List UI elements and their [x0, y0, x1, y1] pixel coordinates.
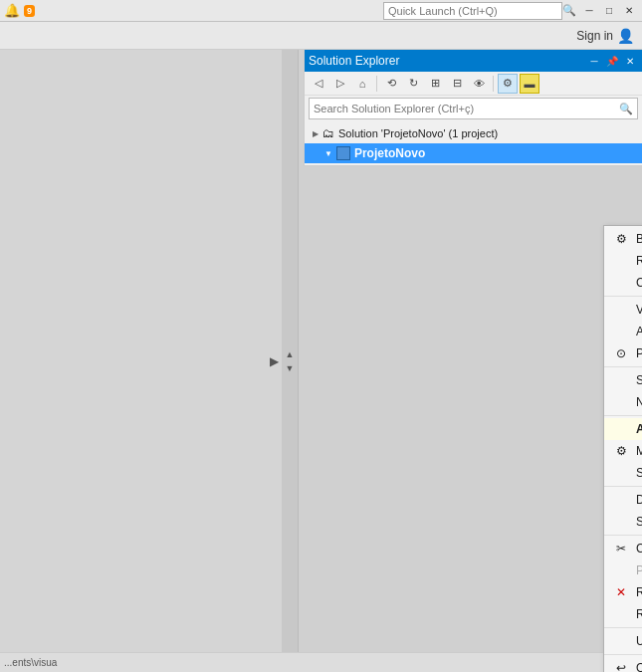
cm-publish-label: Publish... — [636, 346, 642, 360]
cm-paste: Paste Ctrl+V — [604, 560, 642, 581]
tb-separator-2 — [493, 76, 494, 92]
cm-rebuild[interactable]: Rebuild — [604, 250, 642, 272]
cm-open-folder[interactable]: ↩ Open Folder in File Explorer — [604, 657, 642, 672]
search-icon: 🔍 — [562, 4, 576, 17]
cm-nuget-label: Manage NuGet Packages... — [636, 444, 642, 458]
cm-rename-icon — [612, 605, 630, 623]
solution-explorer-title: Solution Explorer — [309, 54, 582, 68]
user-icon: 👤 — [617, 28, 634, 44]
cm-clean-label: Clean — [636, 276, 642, 290]
tb-sync-button[interactable]: ⟲ — [381, 74, 401, 94]
tb-refresh-button[interactable]: ↻ — [403, 74, 423, 94]
main-area: ▲ ▼ ▶ Solution Explorer ─ 📌 ✕ ◁ ▷ ⌂ ⟲ ↻ — [0, 50, 642, 672]
maximize-button[interactable]: □ — [600, 2, 618, 20]
cm-analyze-label: Analyze — [636, 325, 642, 338]
cm-sep-3 — [604, 415, 642, 416]
cm-clean[interactable]: Clean — [604, 272, 642, 294]
se-tree: ▶ 🗂 Solution 'ProjetoNovo' (1 project) ▼… — [305, 121, 642, 165]
cm-source-control[interactable]: Source Control ▶ — [604, 511, 642, 533]
close-button[interactable]: ✕ — [620, 2, 638, 20]
cm-debug[interactable]: Debug ▶ — [604, 489, 642, 511]
cm-source-control-icon — [612, 513, 630, 531]
cm-unload[interactable]: Unload Project — [604, 630, 642, 652]
cm-nuget-icon: ⚙ — [612, 442, 630, 460]
cm-startup-label: Set as StartUp Project — [636, 466, 642, 480]
cm-startup[interactable]: Set as StartUp Project — [604, 462, 642, 484]
cm-analyze-icon — [612, 323, 630, 340]
project-expand-icon: ▼ — [324, 149, 332, 158]
notification-badge: 9 — [24, 5, 35, 17]
project-icon — [336, 146, 350, 160]
cm-new-view[interactable]: New Solution Explorer View — [604, 391, 642, 413]
notification-icon[interactable]: 🔔 — [4, 3, 20, 18]
cm-paste-label: Paste — [636, 563, 642, 577]
solution-expand-icon: ▶ — [313, 129, 319, 138]
cm-cut-icon: ✂ — [612, 540, 630, 558]
cm-unload-icon — [612, 632, 630, 650]
cm-remove[interactable]: ✕ Remove Del — [604, 581, 642, 603]
sign-in-label: Sign in — [576, 29, 613, 43]
cm-analyze[interactable]: Analyze ▶ — [604, 321, 642, 342]
cm-view[interactable]: View ▶ — [604, 299, 642, 321]
cm-scope[interactable]: Scope to This — [604, 369, 642, 391]
project-node[interactable]: ▼ ProjetoNovo — [305, 143, 642, 163]
cm-debug-label: Debug — [636, 493, 642, 507]
tb-home-button[interactable]: ⌂ — [352, 74, 372, 94]
cm-remove-label: Remove — [636, 585, 642, 599]
quick-launch-area: 🔍 — [383, 2, 576, 20]
minimize-button[interactable]: ─ — [580, 2, 598, 20]
se-search-input[interactable] — [314, 103, 619, 114]
cm-add-icon — [612, 420, 630, 438]
se-float-button[interactable]: 📌 — [604, 53, 620, 69]
cm-build-label: Build — [636, 232, 642, 246]
cm-rebuild-icon — [612, 252, 630, 270]
cm-new-view-label: New Solution Explorer View — [636, 395, 642, 409]
cm-scope-icon — [612, 371, 630, 389]
cm-build[interactable]: ⚙ Build — [604, 228, 642, 250]
cm-sep-5 — [604, 535, 642, 536]
cm-cut-label: Cut — [636, 542, 642, 556]
scroll-down-icon[interactable]: ▼ — [286, 363, 295, 373]
bottom-path-text: ...ents\visua — [4, 657, 57, 668]
cm-nuget[interactable]: ⚙ Manage NuGet Packages... — [604, 440, 642, 462]
cm-clean-icon — [612, 274, 630, 292]
window-controls: ─ □ ✕ — [580, 2, 638, 20]
cm-scope-label: Scope to This — [636, 373, 642, 387]
tb-back-button[interactable]: ◁ — [309, 74, 328, 94]
expand-arrow-icon[interactable]: ▶ — [270, 354, 279, 368]
cm-unload-label: Unload Project — [636, 634, 642, 648]
cm-sep-6 — [604, 627, 642, 628]
se-search-box[interactable]: 🔍 — [309, 98, 638, 119]
cm-rebuild-label: Rebuild — [636, 254, 642, 268]
tb-properties-button[interactable]: ⚙ — [498, 74, 518, 94]
tb-pending-button[interactable]: ▬ — [520, 74, 539, 94]
solution-explorer-titlebar: Solution Explorer ─ 📌 ✕ — [305, 50, 642, 72]
cm-remove-icon: ✕ — [612, 583, 630, 601]
cm-sep-4 — [604, 486, 642, 487]
solution-icon: 🗂 — [322, 126, 334, 140]
se-close-button[interactable]: ✕ — [622, 53, 638, 69]
cm-open-folder-icon: ↩ — [612, 659, 630, 672]
cm-publish[interactable]: ⊙ Publish... — [604, 342, 642, 364]
cm-publish-icon: ⊙ — [612, 344, 630, 362]
quick-launch-input[interactable] — [383, 2, 562, 20]
cm-add[interactable]: Add ▶ 📄 New Item... Ctrl+Shift+A 📄 Exist… — [604, 418, 642, 440]
tb-forward-button[interactable]: ▷ — [330, 74, 350, 94]
bottom-path-bar: ...ents\visua — [0, 652, 642, 672]
solution-explorer-panel: Solution Explorer ─ 📌 ✕ ◁ ▷ ⌂ ⟲ ↻ ⊞ ⊟ 👁 … — [304, 50, 642, 166]
solution-node[interactable]: ▶ 🗂 Solution 'ProjetoNovo' (1 project) — [305, 123, 642, 143]
cm-new-view-icon — [612, 393, 630, 411]
cm-cut[interactable]: ✂ Cut Ctrl+X — [604, 538, 642, 560]
scroll-up-icon[interactable]: ▲ — [286, 349, 295, 359]
tb-collapse-button[interactable]: ⊟ — [447, 74, 467, 94]
se-pin-button[interactable]: ─ — [586, 53, 602, 69]
cm-rename[interactable]: Rename — [604, 603, 642, 625]
cm-sep-7 — [604, 654, 642, 655]
tb-separator-1 — [376, 76, 377, 92]
solution-label: Solution 'ProjetoNovo' (1 project) — [338, 127, 498, 139]
cm-open-folder-label: Open Folder in File Explorer — [636, 661, 642, 672]
se-toolbar: ◁ ▷ ⌂ ⟲ ↻ ⊞ ⊟ 👁 ⚙ ▬ — [305, 72, 642, 96]
cm-sep-2 — [604, 366, 642, 367]
tb-show-all-button[interactable]: 👁 — [469, 74, 489, 94]
tb-expand-button[interactable]: ⊞ — [425, 74, 445, 94]
